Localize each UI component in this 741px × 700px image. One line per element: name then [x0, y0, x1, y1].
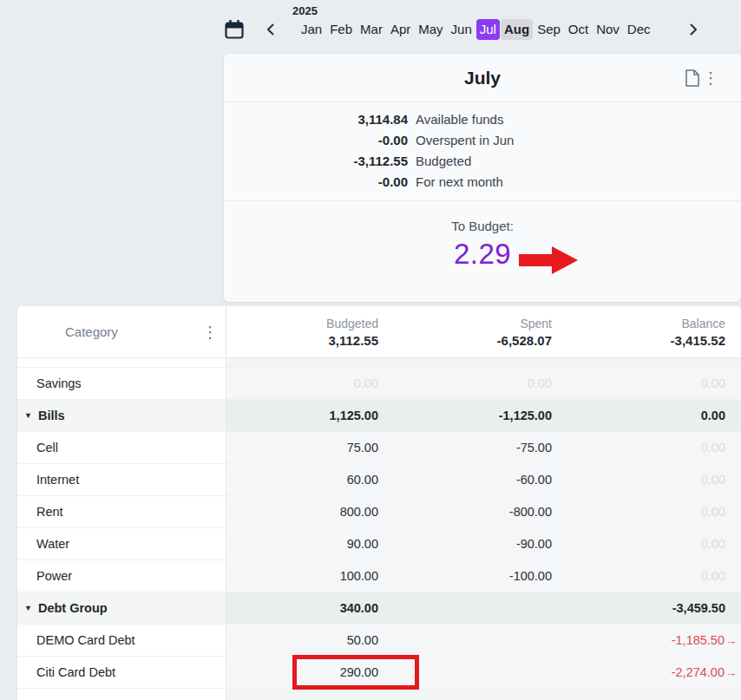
budgeted-cell[interactable]: 800.00	[226, 505, 378, 519]
calendar-button[interactable]	[225, 19, 244, 40]
month-may[interactable]: May	[415, 19, 446, 41]
collapse-triangle-icon[interactable]: ▼	[24, 411, 32, 420]
category-column-header: Category ⋮	[17, 306, 226, 357]
balance-cell[interactable]: 0.00	[552, 409, 725, 422]
month-feb[interactable]: Feb	[326, 19, 356, 41]
category-name[interactable]: Water	[17, 528, 226, 559]
chevron-left-icon	[265, 23, 277, 36]
budgeted-cell[interactable]: 90.00	[226, 537, 378, 551]
spent-column-total: -6,528.07	[378, 332, 552, 349]
budget-app-screen: 2025 Jan Feb Mar Apr May Jun Jul Aug Sep…	[0, 0, 741, 700]
month-jan[interactable]: Jan	[298, 19, 325, 41]
category-name[interactable]: Internet	[17, 464, 226, 495]
to-budget-amount[interactable]: 2.29	[224, 238, 741, 271]
month-aug[interactable]: Aug	[501, 19, 533, 41]
spent-cell[interactable]: -800.00	[378, 505, 552, 519]
table-row-internet[interactable]: Internet 60.00 -60.00 0.00	[17, 464, 741, 496]
month-oct[interactable]: Oct	[565, 19, 592, 41]
summary-line-overspent: -0.00 Overspent in Jun	[224, 133, 741, 154]
balance-cell[interactable]: 0.00	[552, 505, 725, 519]
budgeted-cell[interactable]: 0.00	[226, 376, 378, 390]
budgeted-cell[interactable]: 75.00	[226, 441, 378, 455]
budgeted-column-label: Budgeted	[226, 316, 378, 332]
table-row-citi-card-debt[interactable]: Citi Card Debt 290.00 -2,274.00 →	[17, 657, 741, 689]
overspent-value: -0.00	[224, 133, 408, 147]
category-name[interactable]: Citi Card Debt	[17, 657, 226, 688]
category-name[interactable]: Cell	[17, 432, 226, 463]
group-name[interactable]: ▼ Bills	[17, 400, 226, 431]
spent-cell[interactable]: 0.00	[378, 376, 552, 390]
balance-cell[interactable]: 0.00	[552, 537, 725, 551]
available-funds-value: 3,114.84	[224, 112, 408, 127]
summary-line-next-month: -0.00 For next month	[224, 174, 741, 195]
category-name[interactable]: Power	[17, 560, 226, 592]
available-funds-label: Available funds	[416, 112, 503, 127]
balance-cell[interactable]: -1,185.50 →	[552, 633, 725, 647]
category-name[interactable]: Rent	[17, 496, 226, 527]
balance-column-label: Balance	[552, 316, 725, 332]
month-sep[interactable]: Sep	[534, 19, 564, 41]
budgeted-cell[interactable]: 100.00	[226, 569, 378, 583]
table-row-power[interactable]: Power 100.00 -100.00 0.00	[17, 560, 741, 592]
spent-cell[interactable]: -1,125.00	[378, 409, 552, 422]
month-apr[interactable]: Apr	[387, 19, 414, 41]
balance-cell[interactable]: 0.00	[552, 569, 725, 583]
category-name[interactable]: DEMO Card Debt	[17, 625, 226, 656]
balance-cell[interactable]: 0.00	[552, 441, 725, 455]
spent-column-header[interactable]: Spent -6,528.07	[378, 316, 552, 349]
budgeted-column-header[interactable]: Budgeted 3,112.55	[226, 316, 378, 349]
annotation-arrow	[519, 246, 578, 274]
group-name-label: Bills	[38, 409, 65, 422]
month-notes-button[interactable]	[685, 69, 699, 90]
budgeted-cell[interactable]: 340.00	[226, 601, 378, 615]
panel-month-title: July	[464, 68, 501, 88]
year-label: 2025	[292, 4, 318, 17]
balance-amount: -1,185.50	[672, 633, 725, 647]
month-menu-button[interactable]: ⋮	[703, 70, 718, 86]
to-budget-section: To Budget: 2.29	[224, 201, 741, 302]
budgeted-cell[interactable]: 290.00	[226, 665, 378, 679]
to-budget-label: To Budget:	[224, 219, 741, 233]
month-jul-selected[interactable]: Jul	[476, 19, 500, 41]
month-nov[interactable]: Nov	[593, 19, 623, 41]
goal-arrow-icon: →	[725, 666, 737, 679]
spent-column-label: Spent	[378, 316, 552, 332]
month-jun[interactable]: Jun	[448, 19, 475, 41]
balance-cell[interactable]: 0.00	[552, 376, 725, 390]
category-name[interactable]: Savings	[17, 368, 226, 399]
table-header: Category ⋮ Budgeted 3,112.55 Spent -6,52…	[17, 306, 741, 358]
collapse-triangle-icon[interactable]: ▼	[24, 604, 32, 612]
month-dec[interactable]: Dec	[624, 19, 654, 41]
table-row-cell[interactable]: Cell 75.00 -75.00 0.00	[17, 432, 741, 464]
month-summary-panel: July ⋮ 3,114.84 Available funds -0.00 Ov…	[224, 54, 741, 302]
month-mar[interactable]: Mar	[357, 19, 386, 41]
budgeted-column-total: 3,112.55	[226, 332, 378, 349]
category-header-label: Category	[65, 324, 118, 339]
budgeted-cell[interactable]: 60.00	[226, 473, 378, 487]
budgeted-cell[interactable]: 1,125.00	[226, 409, 378, 422]
partially-scrolled-row-top	[17, 358, 741, 368]
balance-cell[interactable]: -3,459.50	[552, 601, 725, 615]
table-row-group-debt[interactable]: ▼ Debt Group 340.00 -3,459.50	[17, 592, 741, 625]
category-menu-button[interactable]: ⋮	[202, 324, 218, 340]
spent-cell[interactable]: -100.00	[378, 569, 552, 583]
table-row-group-bills[interactable]: ▼ Bills 1,125.00 -1,125.00 0.00	[17, 400, 741, 432]
table-row-savings[interactable]: Savings 0.00 0.00 0.00	[17, 368, 741, 400]
balance-column-total: -3,415.52	[552, 332, 725, 349]
table-row-demo-card-debt[interactable]: DEMO Card Debt 50.00 -1,185.50 →	[17, 625, 741, 657]
balance-cell[interactable]: 0.00	[552, 473, 725, 487]
group-name[interactable]: ▼ Debt Group	[17, 592, 226, 624]
month-list: Jan Feb Mar Apr May Jun Jul Aug Sep Oct …	[298, 19, 654, 41]
table-row-water[interactable]: Water 90.00 -90.00 0.00	[17, 528, 741, 560]
table-row-rent[interactable]: Rent 800.00 -800.00 0.00	[17, 496, 741, 528]
balance-cell[interactable]: -2,274.00 →	[552, 665, 725, 679]
panel-header: July ⋮	[224, 54, 741, 102]
previous-month-button[interactable]	[265, 23, 277, 36]
budgeted-cell[interactable]: 50.00	[226, 633, 378, 647]
spent-cell[interactable]: -90.00	[378, 537, 552, 551]
spent-cell[interactable]: -60.00	[378, 473, 552, 487]
calendar-icon	[225, 19, 244, 40]
spent-cell[interactable]: -75.00	[378, 441, 552, 455]
next-month-button[interactable]	[687, 23, 699, 36]
balance-column-header[interactable]: Balance -3,415.52	[552, 316, 725, 349]
